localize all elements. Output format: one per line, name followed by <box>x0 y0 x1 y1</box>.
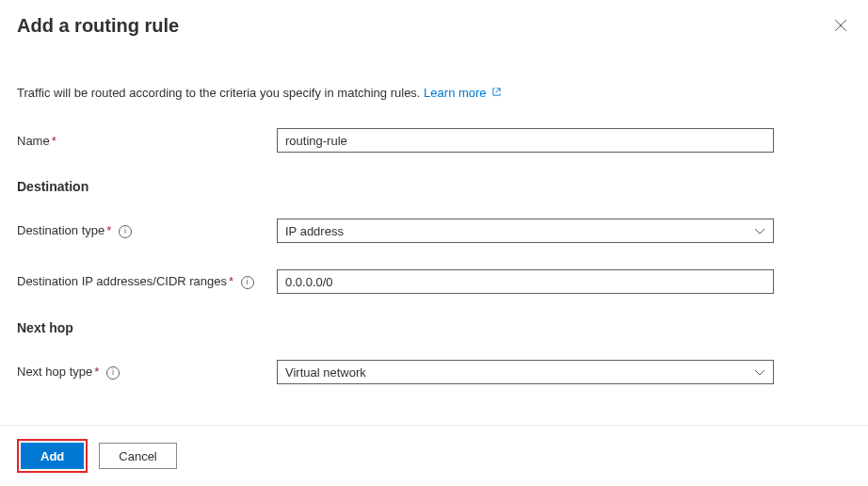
info-icon[interactable]: i <box>119 225 132 238</box>
learn-more-link[interactable]: Learn more <box>424 86 502 100</box>
description-body: Traffic will be routed according to the … <box>17 86 420 100</box>
name-input[interactable] <box>277 128 774 153</box>
destination-ip-label: Destination IP addresses/CIDR ranges* i <box>17 274 277 289</box>
close-icon[interactable] <box>830 15 851 39</box>
chevron-down-icon <box>754 365 765 380</box>
info-icon[interactable]: i <box>241 276 254 289</box>
add-button[interactable]: Add <box>21 443 84 469</box>
page-title: Add a routing rule <box>17 15 179 37</box>
add-button-highlight: Add <box>17 439 88 473</box>
learn-more-label: Learn more <box>424 86 486 100</box>
external-link-icon <box>491 88 502 99</box>
destination-type-label: Destination type* i <box>17 223 277 238</box>
next-hop-type-label: Next hop type* i <box>17 364 277 380</box>
info-icon[interactable]: i <box>106 366 120 380</box>
chevron-down-icon <box>754 224 765 238</box>
destination-type-value: IP address <box>285 224 344 238</box>
required-indicator: * <box>94 364 99 379</box>
description-text: Traffic will be routed according to the … <box>17 86 851 100</box>
cancel-button[interactable]: Cancel <box>99 443 176 469</box>
required-indicator: * <box>106 223 111 237</box>
destination-ip-input[interactable] <box>277 269 774 294</box>
next-hop-type-value: Virtual network <box>285 365 366 380</box>
next-hop-type-select[interactable]: Virtual network <box>277 360 774 384</box>
required-indicator: * <box>229 274 233 288</box>
required-indicator: * <box>52 134 56 148</box>
next-hop-section-header: Next hop <box>17 320 851 335</box>
destination-type-select[interactable]: IP address <box>277 219 774 243</box>
destination-section-header: Destination <box>17 179 851 194</box>
name-label: Name* <box>17 134 277 148</box>
footer-bar: Add Cancel <box>0 425 868 486</box>
